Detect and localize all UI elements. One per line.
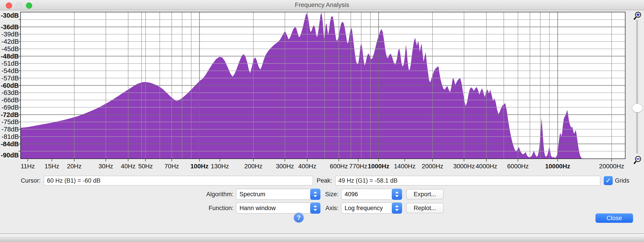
cursor-value-box: 60 Hz (B1) = -60 dB	[44, 176, 313, 186]
cursor-label: Cursor:	[21, 175, 41, 186]
x-axis-tick	[199, 159, 200, 161]
y-axis-tick	[18, 85, 20, 86]
y-axis-tick	[18, 107, 20, 108]
x-axis-label: 20Hz	[56, 163, 92, 170]
size-value: 4096	[344, 189, 390, 199]
y-axis-tick	[18, 136, 20, 137]
export-button[interactable]: Export...	[406, 189, 444, 199]
grids-checkbox-label[interactable]: Grids	[615, 175, 630, 186]
x-axis-tick	[464, 159, 464, 161]
y-axis-label: -63dB	[0, 89, 19, 96]
y-axis-tick	[18, 144, 20, 144]
x-axis-label: 10000Hz	[540, 163, 576, 170]
y-axis-label: -39dB	[0, 31, 19, 37]
frequency-analysis-window: Frequency Analysis -30dB-36dB-39dB-42dB-…	[0, 0, 644, 242]
x-axis-tick	[253, 159, 254, 161]
y-axis-tick	[18, 34, 20, 34]
y-axis-label: -66dB	[0, 97, 19, 103]
y-axis-label: -72dB	[0, 112, 19, 118]
x-axis-label: 200Hz	[236, 163, 271, 170]
title-bar[interactable]: Frequency Analysis	[0, 0, 644, 10]
size-label: Size:	[298, 189, 338, 199]
algorithm-label: Algorithm:	[174, 189, 234, 199]
spectrum-svg	[21, 12, 625, 158]
y-axis-label: -51dB	[0, 60, 19, 67]
zoom-slider-track[interactable]	[636, 20, 638, 154]
spectrum-plot[interactable]	[20, 12, 626, 159]
y-axis-label: -81dB	[0, 133, 19, 140]
zoom-in-icon[interactable]	[633, 11, 642, 20]
y-axis-label: -78dB	[0, 126, 19, 133]
x-axis-label: 130Hz	[202, 163, 238, 170]
x-axis-tick	[145, 159, 146, 161]
x-axis-tick	[74, 159, 74, 161]
y-axis-tick	[18, 129, 20, 129]
y-axis-label: -54dB	[0, 67, 19, 74]
peak-label: Peak:	[317, 175, 332, 186]
window-bottom-strip	[0, 234, 644, 242]
y-axis-label: -45dB	[0, 46, 19, 52]
axis-value: Log frequency	[344, 203, 390, 213]
y-axis-label: -75dB	[0, 119, 19, 125]
x-axis-label: 20000Hz	[594, 163, 630, 170]
y-axis-label: -48dB	[0, 53, 19, 60]
zoom-out-icon[interactable]	[633, 155, 642, 165]
y-axis-tick	[18, 100, 20, 100]
y-axis-tick	[18, 78, 20, 78]
y-axis-label: -90dB	[0, 152, 19, 158]
x-axis-tick	[172, 159, 172, 161]
y-axis-tick	[18, 19, 20, 20]
grids-checkbox[interactable]: ✓	[604, 176, 613, 185]
x-axis-label: 4000Hz	[468, 163, 504, 170]
y-axis-label: -36dB	[0, 24, 19, 30]
help-button[interactable]: ?	[294, 213, 304, 223]
x-axis-tick	[28, 159, 28, 161]
y-axis-tick	[18, 71, 20, 71]
x-axis-tick	[106, 159, 106, 161]
x-axis-tick	[518, 159, 518, 161]
x-axis-tick	[378, 159, 379, 161]
y-axis-label: -69dB	[0, 104, 19, 111]
x-axis-tick	[404, 159, 405, 161]
zoom-slider-thumb[interactable]	[632, 104, 643, 113]
x-axis-tick	[338, 159, 339, 161]
close-button[interactable]: Close	[596, 213, 633, 223]
x-axis-tick	[285, 159, 285, 161]
x-axis-label: 400Hz	[289, 163, 325, 170]
x-axis-label: 2000Hz	[414, 163, 450, 170]
peak-value-box: 49 Hz (G1) = -58.1 dB	[335, 176, 600, 186]
replot-button[interactable]: Replot...	[406, 203, 444, 213]
chevron-up-down-icon	[392, 189, 402, 200]
y-axis-tick	[18, 49, 20, 49]
y-axis-tick	[18, 122, 20, 122]
y-axis-tick	[18, 63, 20, 64]
x-axis-tick	[486, 159, 486, 161]
axis-label: Axis:	[298, 203, 338, 213]
x-axis-tick	[52, 159, 52, 161]
y-axis-label: -42dB	[0, 38, 19, 45]
y-axis-label: -60dB	[0, 82, 19, 89]
y-axis-tick	[18, 151, 20, 151]
x-axis-tick	[432, 159, 433, 161]
x-axis-tick	[220, 159, 220, 161]
axis-dropdown[interactable]: Log frequency	[341, 203, 402, 214]
y-axis-tick	[18, 56, 20, 56]
y-axis-label: -30dB	[0, 12, 19, 19]
window-title: Frequency Analysis	[0, 0, 644, 10]
x-axis-label: 6000Hz	[500, 163, 536, 170]
x-axis-tick	[611, 159, 612, 161]
size-dropdown[interactable]: 4096	[341, 189, 402, 200]
y-axis-tick	[18, 41, 20, 42]
x-axis-tick	[307, 159, 308, 161]
y-axis-tick	[18, 115, 20, 115]
function-label: Function:	[174, 203, 234, 213]
x-axis-tick	[128, 159, 128, 161]
x-axis-tick	[558, 159, 558, 161]
y-axis-tick	[18, 27, 20, 27]
chevron-up-down-icon	[392, 203, 402, 214]
x-axis-tick	[358, 159, 358, 161]
y-axis-label: -57dB	[0, 75, 19, 82]
y-axis-tick	[18, 92, 20, 93]
y-axis-label: -84dB	[0, 141, 19, 147]
